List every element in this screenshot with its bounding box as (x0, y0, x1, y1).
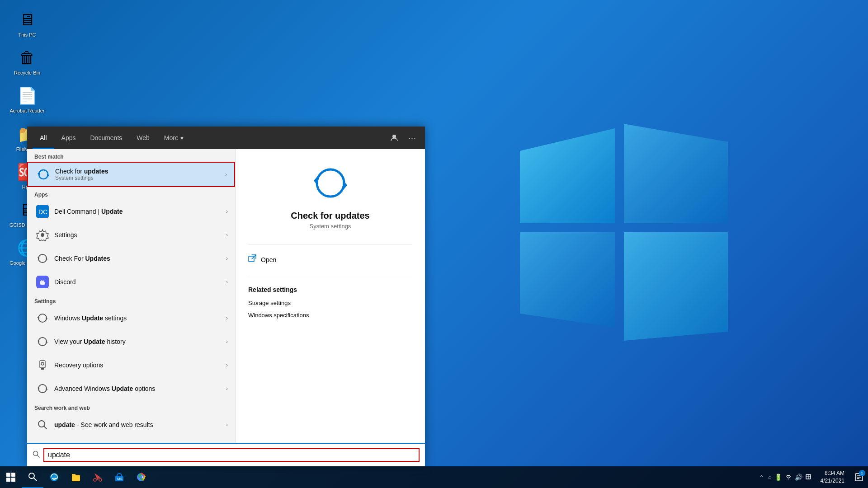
store-icon: MS (114, 472, 124, 482)
best-match-item[interactable]: Check for updates System settings › (27, 162, 235, 187)
discord-text: Discord (51, 278, 226, 286)
clock-date: 4/21/2021 (821, 477, 844, 485)
svg-rect-17 (40, 361, 45, 368)
web-search-item[interactable]: update - See work and web results › (27, 413, 235, 436)
taskbar: MS ^ ⌂ 🔋 🔊 (0, 466, 868, 488)
check-updates-best-icon (35, 166, 52, 183)
edge-icon (49, 472, 59, 482)
more-label: More ▾ (164, 134, 184, 141)
preview-open-action[interactable]: Open (248, 250, 412, 269)
taskbar-explorer[interactable] (65, 466, 87, 488)
desktop-icon-this-pc[interactable]: 🖥 This PC (9, 9, 45, 38)
tab-all[interactable]: All (33, 127, 54, 149)
snip-icon (93, 472, 103, 482)
wifi-icon (785, 474, 792, 481)
svg-point-4 (392, 135, 396, 138)
account-icon (390, 134, 398, 142)
app-item-settings[interactable]: Settings › (27, 223, 235, 247)
more-options-icon-btn[interactable]: ··· (405, 131, 420, 145)
file-explorer-icon (71, 472, 81, 482)
app-item-dell-command[interactable]: DC Dell Command | Update › (27, 200, 235, 223)
open-icon (248, 254, 256, 265)
windows-update-settings-title: Windows Update settings (54, 314, 222, 322)
this-pc-icon: 🖥 (16, 9, 38, 31)
view-update-history-arrow: › (226, 338, 228, 345)
web-search-text: update - See work and web results (51, 421, 226, 428)
svg-text:DC: DC (38, 208, 47, 216)
web-search-title: update - See work and web results (54, 421, 222, 428)
settings-text: Settings (51, 231, 226, 239)
dell-command-icon: DC (34, 203, 51, 220)
account-icon-btn[interactable] (387, 131, 401, 145)
tab-web[interactable]: Web (129, 127, 157, 149)
search-bar (27, 443, 425, 466)
settings-section-label: Settings (27, 294, 235, 306)
setting-item-advanced-update[interactable]: Advanced Windows Update options › (27, 377, 235, 400)
desktop-icon-acrobat[interactable]: 📄 Acrobat Reader (9, 85, 45, 114)
notification-center-button[interactable]: 2 (850, 466, 868, 488)
taskbar-edge[interactable] (43, 466, 65, 488)
tab-documents[interactable]: Documents (83, 127, 129, 149)
taskbar-snip[interactable] (87, 466, 108, 488)
preview-icon-area (248, 163, 412, 203)
start-icon (6, 473, 15, 482)
svg-marker-1 (624, 124, 728, 223)
related-link-storage[interactable]: Storage settings (248, 297, 412, 309)
recycle-bin-icon: 🗑 (16, 47, 38, 69)
chrome-taskbar-icon (136, 472, 146, 482)
tab-more[interactable]: More ▾ (157, 127, 191, 149)
svg-point-38 (94, 479, 96, 481)
preview-title: Check for updates (248, 211, 412, 221)
svg-rect-29 (6, 473, 10, 477)
setting-item-recovery[interactable]: Recovery options › (27, 353, 235, 377)
web-search-icon (34, 417, 51, 433)
svg-rect-37 (72, 474, 75, 476)
taskbar-chrome[interactable] (130, 466, 152, 488)
best-match-text: Check for updates System settings (52, 168, 225, 181)
svg-rect-32 (11, 478, 15, 482)
app-item-discord[interactable]: Discord › (27, 270, 235, 294)
search-popup: All Apps Documents Web More ▾ ··· Best m… (27, 127, 425, 466)
search-input[interactable] (43, 448, 420, 462)
best-match-title: Check for updates (55, 168, 222, 175)
setting-item-view-history[interactable]: View your Update history › (27, 330, 235, 353)
discord-title: Discord (54, 278, 222, 286)
preview-subtitle: System settings (248, 223, 412, 230)
advanced-update-arrow: › (226, 385, 228, 392)
system-tray: ^ ⌂ 🔋 🔊 (754, 474, 815, 481)
taskbar-search-button[interactable] (22, 466, 43, 488)
settings-arrow: › (226, 232, 228, 238)
recovery-options-text: Recovery options (51, 361, 226, 369)
search-left-panel: Best match Check for updates System sett… (27, 149, 235, 443)
svg-point-18 (41, 362, 44, 365)
taskbar-store[interactable]: MS (108, 466, 130, 488)
dell-command-title: Dell Command | Update (54, 208, 222, 215)
clock-time: 8:34 AM (821, 469, 844, 477)
settings-title: Settings (54, 231, 222, 239)
notification-badge: 2 (859, 470, 865, 476)
tray-expand[interactable]: ^ (758, 474, 766, 480)
preview-update-icon (310, 163, 351, 203)
svg-point-39 (99, 479, 102, 481)
open-label: Open (261, 256, 276, 263)
taskbar-clock[interactable]: 8:34 AM 4/21/2021 (815, 469, 850, 485)
this-pc-label: This PC (18, 32, 36, 38)
dell-command-text: Dell Command | Update (51, 208, 226, 215)
advanced-update-text: Advanced Windows Update options (51, 385, 226, 392)
tab-apps[interactable]: Apps (54, 127, 83, 149)
best-match-label: Best match (27, 149, 235, 162)
app-item-check-for-updates[interactable]: Check For Updates › (27, 247, 235, 270)
related-link-windows-specs[interactable]: Windows specifications (248, 309, 412, 321)
advanced-update-icon (34, 380, 51, 397)
windows-update-settings-text: Windows Update settings (51, 314, 226, 322)
svg-line-22 (44, 426, 47, 429)
desktop-icon-recycle-bin[interactable]: 🗑 Recycle Bin (9, 47, 45, 76)
start-button[interactable] (0, 466, 22, 488)
search-right-panel: Check for updates System settings Open R… (235, 149, 425, 443)
check-for-updates-icon (34, 250, 51, 267)
windows-update-settings-arrow: › (226, 315, 228, 321)
search-bar-icon (33, 450, 40, 460)
apps-section-label: Apps (27, 187, 235, 200)
setting-item-windows-update[interactable]: Windows Update settings › (27, 306, 235, 330)
recycle-bin-label: Recycle Bin (14, 70, 40, 76)
